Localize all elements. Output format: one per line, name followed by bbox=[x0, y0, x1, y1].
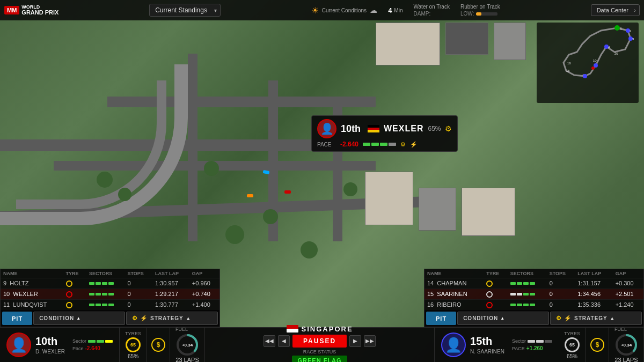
row-stops: 0 bbox=[125, 299, 152, 310]
right-sector-row: Sector bbox=[512, 338, 552, 344]
car-3 bbox=[247, 194, 253, 197]
sector-dots bbox=[510, 282, 544, 285]
pace-value-bubble: -2.640 bbox=[340, 141, 358, 148]
sector-dot bbox=[102, 282, 107, 285]
sector-dot bbox=[96, 293, 101, 295]
lightning-icon-bubble: ⚡ bbox=[410, 141, 418, 148]
fast-forward-button[interactable]: ▶▶ bbox=[364, 335, 376, 347]
left-pit-button[interactable]: PIT bbox=[2, 312, 32, 325]
tyre-icon-red bbox=[66, 291, 72, 298]
left-driver-pos-big: 10th bbox=[35, 335, 65, 348]
row-gap: +2.501 bbox=[613, 289, 643, 299]
right-driver-info: 15th N. SAARINEN bbox=[470, 335, 504, 354]
col-name-right: Name bbox=[425, 269, 484, 278]
pause-button[interactable]: PAUSED bbox=[292, 335, 347, 348]
minimap: 1 2 3 4 10 14 15 16 20 bbox=[537, 23, 639, 103]
left-driver-avatar: 👤 bbox=[6, 333, 31, 357]
pace-bar-2 bbox=[371, 143, 379, 146]
row-gap: +0.960 bbox=[189, 278, 219, 289]
marker-1 bbox=[614, 25, 620, 31]
sector-dot bbox=[108, 293, 114, 295]
left-tyres-section: Tyres 65 65% bbox=[120, 328, 147, 362]
right-strategy-button[interactable]: ⚙ ⚡ STRATEGY ▲ bbox=[550, 312, 642, 325]
standings-dropdown[interactable]: Current Standings bbox=[149, 4, 221, 17]
left-fuel-info: +0.34 23 LAPS bbox=[175, 333, 199, 362]
timer-value: 4 bbox=[388, 6, 392, 14]
driver-bubble: 👤 10th WEXLER 65% ⚙ PACE -2.640 ⚙ ⚡ bbox=[311, 115, 458, 152]
step-forward-button[interactable]: ▶ bbox=[349, 335, 361, 347]
rewind-button[interactable]: ◀◀ bbox=[264, 335, 275, 347]
left-sector-label: Sector bbox=[72, 338, 86, 344]
right-condition-button[interactable]: CONDITION ▲ bbox=[457, 312, 549, 325]
left-coin-symbol: $ bbox=[157, 341, 160, 349]
building-4 bbox=[365, 172, 413, 225]
row-sectors bbox=[508, 299, 547, 310]
car-1 bbox=[263, 170, 270, 174]
bubble-position: 10th bbox=[341, 123, 363, 135]
step-back-button[interactable]: ◀ bbox=[278, 335, 290, 347]
bubble-driver-name: WEXLER bbox=[384, 124, 423, 134]
cloud-icon: ☁ bbox=[370, 6, 377, 14]
pace-bar-3 bbox=[380, 143, 387, 146]
left-driver-status-panel: 👤 10th D. WEXLER Sector Pace -2.640 bbox=[0, 328, 120, 362]
condition-arrow-right: ▲ bbox=[500, 316, 505, 321]
svg-text:10: 10 bbox=[593, 59, 597, 62]
race-status-section: Race Status GREEN FLAG bbox=[292, 349, 347, 363]
left-condition-button[interactable]: CONDITION ▲ bbox=[33, 312, 125, 325]
table-row-highlighted: 10 WEXLER 0 1:29.217 +0.740 bbox=[1, 289, 219, 299]
row-name: 10 WEXLER bbox=[1, 289, 63, 299]
strategy-label-right: STRATEGY bbox=[574, 315, 608, 321]
left-fuel-section: Fuel +0.34 23 LAPS bbox=[170, 328, 205, 362]
tyre-icon bbox=[486, 280, 493, 287]
right-fuel-section: Fuel +0.34 23 LAPS bbox=[609, 328, 644, 362]
weather-section: ☀ Current Conditions ☁ bbox=[311, 5, 377, 16]
bubble-bottom: PACE -2.640 ⚙ ⚡ bbox=[317, 141, 452, 148]
pace-bars bbox=[363, 143, 396, 146]
left-laps-info: 23 LAPS bbox=[175, 357, 199, 362]
row-name: 9 HOLTZ bbox=[1, 278, 63, 289]
right-laps-value: 23 LAPS bbox=[614, 357, 638, 362]
svg-text:20: 20 bbox=[614, 52, 618, 55]
data-center-button[interactable]: Data Center bbox=[591, 4, 640, 16]
row-lastlap: 1:31.157 bbox=[575, 278, 612, 289]
right-position-number: 15th bbox=[470, 335, 492, 348]
marker-10 bbox=[594, 63, 598, 68]
row-sectors bbox=[508, 289, 547, 299]
left-strategy-button[interactable]: ⚙ ⚡ STRATEGY ▲ bbox=[126, 312, 218, 325]
col-tyre-left: Tyre bbox=[63, 269, 86, 278]
left-driver-name: D. WEXLER bbox=[35, 349, 65, 354]
sector-dot bbox=[510, 304, 516, 306]
table-row: 11 LUNDQVIST 0 1:30.777 +1.400 bbox=[1, 299, 219, 310]
sector-dot bbox=[523, 304, 529, 306]
rubber-bar-row: LOW: bbox=[460, 11, 497, 17]
left-pace-label: Pace bbox=[72, 346, 84, 351]
sector-dots bbox=[510, 293, 544, 295]
svg-text:15: 15 bbox=[566, 69, 570, 72]
row-name: 16 RIBEIRO bbox=[425, 299, 484, 310]
row-tyre bbox=[484, 299, 507, 310]
right-tyre-big: 65 bbox=[565, 337, 580, 352]
left-fuel-circle: +0.34 bbox=[175, 333, 199, 357]
right-driver-stats: Sector PACE +1.260 bbox=[512, 338, 552, 351]
right-tyre-pct: 65 bbox=[569, 342, 575, 348]
left-driver-stats: Sector Pace -2.640 bbox=[72, 338, 113, 351]
right-pit-button[interactable]: PIT bbox=[426, 312, 456, 325]
right-fuel-label: Fuel bbox=[614, 327, 627, 332]
lightning-strategy-right: ⚡ bbox=[564, 315, 572, 322]
tyre-icon bbox=[66, 280, 72, 287]
sector-dot bbox=[96, 282, 101, 285]
building-2 bbox=[445, 23, 488, 55]
right-pace-value: +1.260 bbox=[526, 345, 543, 351]
standings-label: Current Standings bbox=[155, 6, 207, 14]
sector-dot bbox=[102, 293, 107, 295]
row-gap: +1.240 bbox=[613, 299, 643, 310]
location-name: SINGAPORE bbox=[302, 325, 353, 333]
right-driver-status-panel: 👤 15th N. SAARINEN Sector PACE +1.260 bbox=[434, 328, 559, 362]
tree-2 bbox=[118, 188, 131, 201]
sector-dots bbox=[89, 293, 122, 295]
rubber-label: Rubber on Track bbox=[460, 4, 500, 10]
right-laps-info: 23 LAPS bbox=[614, 357, 638, 362]
sector-dot bbox=[517, 304, 522, 306]
right-fuel-info: +0.34 23 LAPS bbox=[614, 333, 638, 362]
wgp-gp-text: GRAND PRIX bbox=[21, 10, 58, 16]
